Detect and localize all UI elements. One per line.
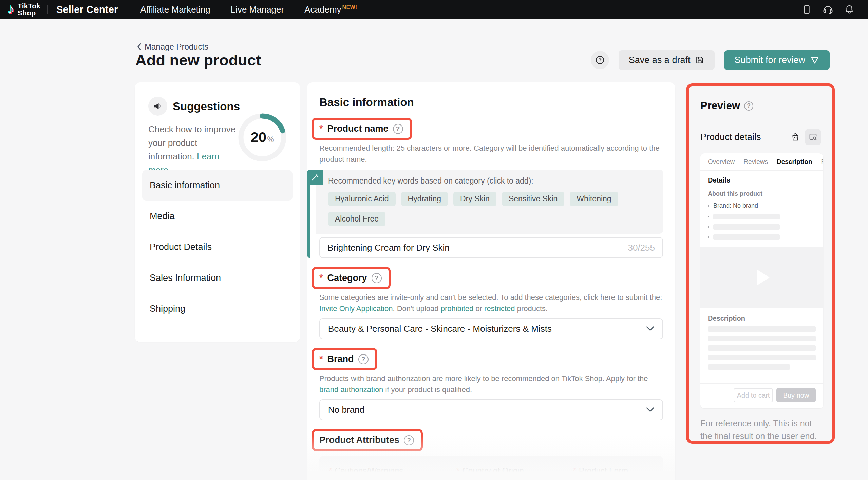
invite-only-application-link[interactable]: Invite Only Application bbox=[319, 304, 393, 313]
mockup-description-section: Description bbox=[700, 308, 823, 370]
required-asterisk: * bbox=[319, 354, 323, 364]
field-label: * Product Form bbox=[573, 466, 675, 476]
required-asterisk: * bbox=[456, 466, 459, 476]
keyword-suggestion-block: Recommended key words based on category … bbox=[307, 170, 663, 258]
detail-page-search-icon bbox=[808, 132, 818, 142]
product-page-mockup: Overview Reviews Description Recommend D… bbox=[700, 153, 823, 408]
basic-information-card: Basic information * Product name ? Recom… bbox=[307, 82, 675, 480]
mockup-tab-reviews: Reviews bbox=[743, 153, 768, 171]
placeholder-bar bbox=[713, 234, 780, 240]
send-nabla-icon bbox=[810, 55, 819, 65]
product-name-label: Product name bbox=[327, 123, 389, 134]
brand-help-start: Products with brand authorization are mo… bbox=[319, 374, 648, 383]
category-help-line1: Some categories are invite-only and can'… bbox=[319, 293, 662, 302]
suggestions-text: Check how to improve your product inform… bbox=[148, 124, 235, 161]
keyword-pill[interactable]: Hyaluronic Acid bbox=[328, 192, 396, 206]
megaphone-icon bbox=[148, 97, 167, 116]
keyword-pill[interactable]: Alcohol Free bbox=[328, 212, 385, 226]
brand-select[interactable]: No brand bbox=[319, 399, 663, 420]
sidebar-item-basic-information[interactable]: Basic information bbox=[142, 170, 293, 201]
nav-link-academy[interactable]: AcademyNEW! bbox=[304, 4, 357, 15]
character-counter: 30/255 bbox=[628, 243, 655, 253]
mockup-tab-description: Description bbox=[777, 153, 812, 171]
sidebar-item-sales-information[interactable]: Sales Information bbox=[142, 263, 293, 293]
placeholder-bar bbox=[708, 345, 816, 351]
shopping-bag-view-button[interactable] bbox=[787, 129, 804, 145]
keyword-pill[interactable]: Whitening bbox=[570, 192, 618, 206]
mobile-app-icon[interactable] bbox=[801, 4, 812, 15]
attribute-field-product-form: * Product Form Enter suggested or c... bbox=[573, 466, 675, 480]
academy-label: Academy bbox=[304, 4, 341, 15]
save-floppy-icon bbox=[695, 55, 704, 65]
product-name-highlight-annotation: * Product name ? bbox=[312, 118, 412, 140]
field-label: * Country of Origin bbox=[456, 466, 564, 476]
navbar-icon-group bbox=[801, 4, 861, 15]
save-as-draft-button[interactable]: Save as a draft bbox=[619, 50, 715, 70]
product-attributes-help-icon[interactable]: ? bbox=[404, 435, 414, 445]
brand-help-icon[interactable]: ? bbox=[358, 354, 369, 364]
preview-mode-toggle bbox=[787, 129, 821, 145]
product-attributes-label: Product Attributes bbox=[319, 435, 399, 445]
placeholder-bar bbox=[708, 355, 816, 360]
sidebar-item-product-details[interactable]: Product Details bbox=[142, 232, 293, 263]
mockup-placeholder-bullet bbox=[708, 214, 816, 219]
tiktok-shop-logo[interactable]: ♪ TikTok Shop bbox=[7, 3, 40, 16]
page-help-button[interactable] bbox=[591, 51, 609, 69]
keyword-pill[interactable]: Hydrating bbox=[401, 192, 448, 206]
notifications-bell-icon[interactable] bbox=[844, 4, 854, 15]
brand-help-text: Products with brand authorization are mo… bbox=[319, 373, 663, 395]
keyword-pill[interactable]: Sensitive Skin bbox=[502, 192, 564, 206]
tiktok-note-icon: ♪ bbox=[7, 2, 14, 16]
category-help-text: Some categories are invite-only and can'… bbox=[319, 292, 663, 314]
nav-link-live-manager[interactable]: Live Manager bbox=[231, 4, 284, 15]
product-name-input-row: 30/255 bbox=[319, 237, 663, 258]
prohibited-link[interactable]: prohibited bbox=[441, 304, 474, 313]
mockup-add-to-cart-button: Add to cart bbox=[734, 388, 773, 402]
product-detail-view-button[interactable] bbox=[805, 129, 821, 145]
category-highlight-annotation: * Category ? bbox=[312, 267, 391, 289]
product-name-help-icon[interactable]: ? bbox=[393, 124, 403, 134]
brand-select-value: No brand bbox=[328, 405, 364, 415]
submit-for-review-button[interactable]: Submit for review bbox=[724, 50, 830, 70]
sidebar-item-shipping[interactable]: Shipping bbox=[142, 293, 293, 324]
mockup-video-placeholder bbox=[700, 247, 823, 308]
field-label-text: Cautions/Warnings bbox=[335, 466, 403, 476]
mockup-tab-recommend: Recommend bbox=[821, 153, 823, 171]
logo-text: TikTok Shop bbox=[18, 3, 40, 16]
preview-help-icon[interactable]: ? bbox=[744, 101, 753, 111]
support-headset-icon[interactable] bbox=[823, 4, 833, 15]
required-asterisk: * bbox=[319, 124, 323, 133]
field-label-text: Product Form bbox=[579, 466, 628, 476]
mockup-brand-text: Brand: No brand bbox=[713, 202, 758, 209]
attribute-field-country-of-origin: * Country of Origin Enter a suggested or… bbox=[456, 466, 564, 480]
brand-authorization-link[interactable]: brand authorization bbox=[319, 385, 383, 394]
attributes-grid: * Cautions/Warnings * Country of Origin … bbox=[329, 466, 654, 480]
placeholder-bar bbox=[708, 364, 790, 370]
question-mark-icon bbox=[595, 55, 605, 65]
keyword-pill[interactable]: Dry Skin bbox=[453, 192, 496, 206]
mockup-placeholder-bullet bbox=[708, 224, 816, 230]
category-help-icon[interactable]: ? bbox=[372, 273, 382, 283]
sidebar-item-media[interactable]: Media bbox=[142, 201, 293, 232]
mockup-buy-now-button: Buy now bbox=[776, 388, 816, 402]
chevron-down-icon bbox=[646, 407, 654, 412]
category-select[interactable]: Beauty & Personal Care - Skincare - Mois… bbox=[319, 318, 663, 339]
category-help-mid1: . Don't upload bbox=[393, 304, 440, 313]
suggestions-body: Check how to improve your product inform… bbox=[148, 122, 236, 177]
breadcrumb[interactable]: Manage Products bbox=[137, 42, 208, 52]
product-name-input[interactable] bbox=[327, 243, 622, 253]
preview-footnote: For reference only. This is not the fina… bbox=[700, 417, 820, 442]
header-actions: Save as a draft Submit for review bbox=[591, 50, 830, 70]
brand-help-end: if your product is qualified. bbox=[383, 385, 472, 394]
category-help-end: products. bbox=[515, 304, 548, 313]
suggestions-card: Suggestions Check how to improve your pr… bbox=[135, 82, 300, 342]
page: ♪ TikTok Shop Seller Center Affiliate Ma… bbox=[0, 0, 868, 480]
category-label: Category bbox=[327, 273, 367, 283]
section-title: Basic information bbox=[319, 96, 663, 109]
restricted-link[interactable]: restricted bbox=[484, 304, 515, 313]
keyword-panel-label: Recommended key words based on category … bbox=[328, 176, 654, 186]
new-badge: NEW! bbox=[342, 4, 357, 10]
progress-unit: % bbox=[267, 135, 274, 144]
section-nav: Basic information Media Product Details … bbox=[142, 170, 293, 324]
nav-link-affiliate-marketing[interactable]: Affiliate Marketing bbox=[140, 4, 210, 15]
